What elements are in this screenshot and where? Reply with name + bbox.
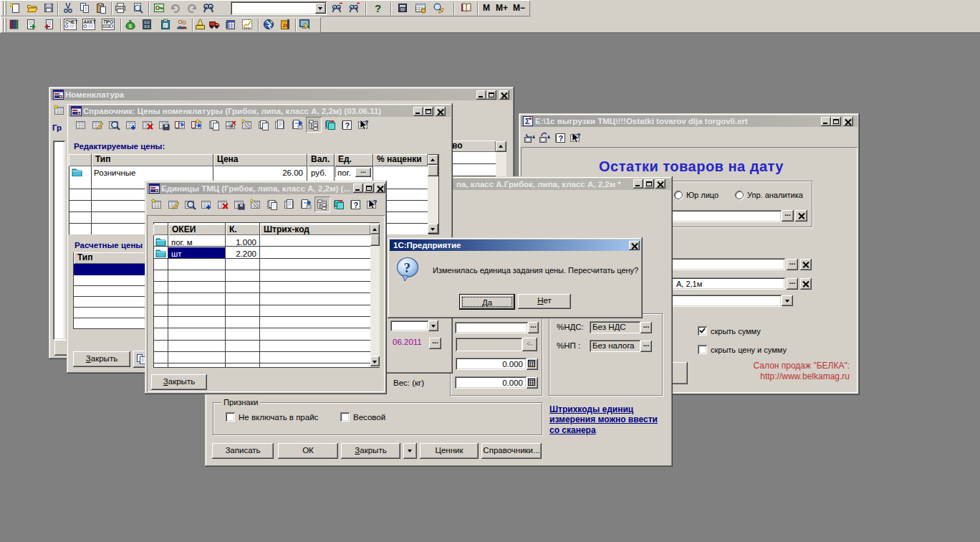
svg-text:СЧЕТ: СЧЕТ [65,19,77,24]
svg-text:?: ? [365,119,369,126]
svg-text:АККТ: АККТ [84,19,96,24]
svg-text:?: ? [404,260,411,275]
svg-text:?: ? [577,132,581,139]
svg-text:?: ? [345,121,350,130]
svg-text:?: ? [353,201,358,209]
svg-text:?: ? [558,134,563,143]
svg-text:Σ: Σ [525,117,530,125]
svg-text:ПРО: ПРО [103,19,113,24]
svg-text:?: ? [373,199,378,206]
svg-text:?: ? [375,2,381,14]
svg-text:$: $ [128,23,132,29]
